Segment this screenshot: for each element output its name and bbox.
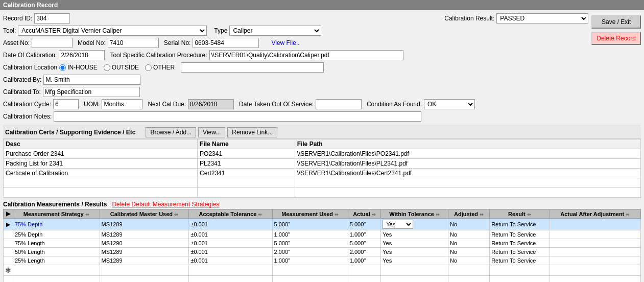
- meas-adjusted: No: [448, 248, 489, 256]
- meas-master: MS1290: [100, 239, 189, 248]
- list-item[interactable]: ▶ 75% Depth MS1289 ±0.001 5.000" 5.000" …: [4, 219, 641, 230]
- record-id-input[interactable]: [34, 13, 70, 24]
- condition-select[interactable]: OK Out of Calibration Damaged: [424, 99, 475, 109]
- meas-new-row[interactable]: ✱: [4, 265, 641, 276]
- meas-col-arrow-0: ▶: [4, 209, 13, 219]
- table-row[interactable]: Certicate of Calibration Cert2341 \\SERV…: [4, 169, 641, 178]
- meas-row-indicator: [4, 230, 13, 239]
- list-item[interactable]: 75% Length MS1290 ±0.001 5.000" 5.000" Y…: [4, 239, 641, 248]
- meas-measurement: 2.000": [272, 248, 348, 256]
- record-id-label: Record ID:: [3, 15, 32, 22]
- meas-actual: 1.000": [348, 230, 380, 239]
- meas-strategy: 25% Length: [13, 256, 100, 265]
- meas-actual: 1.000": [348, 256, 380, 265]
- meas-master: MS1289: [100, 248, 189, 256]
- table-row[interactable]: Purchase Order 2341 PO2341 \\SERVER1\Cal…: [4, 149, 641, 159]
- within-tol-value: Yes: [383, 257, 392, 264]
- meas-col-result: Result ⇔: [490, 209, 550, 219]
- meas-tolerance: ±0.001: [189, 248, 272, 256]
- meas-after: [550, 248, 640, 256]
- meas-adjusted: No: [448, 230, 489, 239]
- calibrated-to-input[interactable]: [43, 87, 140, 97]
- meas-within[interactable]: YesNo: [381, 219, 448, 230]
- asset-no-input[interactable]: [32, 38, 73, 48]
- star-indicator: ✱: [4, 265, 13, 276]
- meas-within: Yes: [381, 248, 448, 256]
- date-out-input[interactable]: [316, 99, 362, 109]
- calibration-result-select[interactable]: PASSED FAILED PENDING: [496, 13, 588, 24]
- location-other-radio[interactable]: [145, 64, 152, 71]
- remove-link-button[interactable]: Remove Link...: [227, 127, 277, 137]
- calibration-result-label: Calibration Result:: [444, 15, 494, 22]
- type-select[interactable]: Caliper Gauge Micrometer: [229, 26, 321, 36]
- certs-col-desc: Desc: [4, 139, 198, 149]
- cycle-label: Calibration Cycle:: [3, 101, 51, 108]
- meas-within: Yes: [381, 239, 448, 248]
- view-file-link[interactable]: View File..: [271, 39, 299, 46]
- right-buttons: Save / Exit Delete Record: [591, 13, 641, 45]
- within-tol-value: Yes: [383, 231, 392, 238]
- save-exit-button[interactable]: Save / Exit: [591, 15, 641, 29]
- meas-col-tolerance: Acceptable Tolerance ⇔: [189, 209, 272, 219]
- uom-input[interactable]: [102, 99, 142, 109]
- meas-col-actual: Actual ⇔: [348, 209, 380, 219]
- calibrated-by-input[interactable]: [43, 75, 140, 85]
- meas-measurement: 5.000": [272, 219, 348, 230]
- delete-record-button[interactable]: Delete Record: [591, 32, 641, 45]
- meas-row-indicator: ▶: [4, 219, 13, 230]
- cert-filename: PO2341: [198, 149, 295, 159]
- meas-col-after: Actual After Adjustment ⇔: [550, 209, 640, 219]
- meas-adjusted: No: [448, 219, 489, 230]
- meas-strategy: 75% Length: [13, 239, 100, 248]
- tool-select[interactable]: AccuMASTER Digital Vernier Caliper: [18, 26, 207, 36]
- within-tol-value: Yes: [383, 240, 392, 246]
- within-tol-value: Yes: [383, 249, 392, 255]
- cert-filepath: \\SERVER1\Calibration\Files\PO2341.pdf: [295, 149, 640, 159]
- list-item[interactable]: 25% Depth MS1289 ±0.001 1.000" 1.000" Ye…: [4, 230, 641, 239]
- cert-desc: Packing List for 2341: [4, 159, 198, 169]
- table-row[interactable]: Packing List for 2341 PL2341 \\SERVER1\C…: [4, 159, 641, 169]
- calibrated-to-label: Calibrated To:: [3, 88, 41, 96]
- certs-header-label: Calibration Certs / Supporting Evidence …: [5, 129, 135, 136]
- date-input[interactable]: [59, 50, 105, 60]
- meas-col-measurement: Measurement Used ⇔: [272, 209, 348, 219]
- location-other-label: OTHER: [153, 64, 175, 71]
- notes-input[interactable]: [54, 111, 421, 122]
- procedure-input[interactable]: [209, 50, 403, 60]
- cycle-input[interactable]: [53, 99, 79, 109]
- location-inhouse-radio[interactable]: [59, 64, 66, 71]
- list-item[interactable]: 25% Length MS1289 ±0.001 1.000" 1.000" Y…: [4, 256, 641, 265]
- cert-filepath: \\SERVER1\Calibration\Files\Cert2341.pdf: [295, 169, 640, 178]
- uom-label: UOM:: [84, 101, 100, 108]
- certs-section-header: Calibration Certs / Supporting Evidence …: [3, 126, 641, 139]
- serial-no-input[interactable]: [193, 38, 259, 48]
- browse-add-button[interactable]: Browse / Add...: [146, 127, 196, 137]
- location-outside-radio[interactable]: [104, 64, 110, 71]
- meas-result: Return To Service: [490, 256, 550, 265]
- table-row-empty: [4, 178, 641, 188]
- location-radio-group: IN-HOUSE OUTSIDE OTHER: [59, 62, 324, 73]
- model-no-input[interactable]: [108, 38, 159, 48]
- meas-after: [550, 219, 640, 230]
- meas-tolerance: ±0.001: [189, 219, 272, 230]
- view-button[interactable]: View...: [198, 127, 225, 137]
- meas-result: Return To Service: [490, 230, 550, 239]
- table-row-empty: [4, 188, 641, 198]
- serial-no-label: Serial No:: [164, 39, 191, 46]
- meas-after: [550, 230, 640, 239]
- meas-measurement: 1.000": [272, 230, 348, 239]
- meas-master: MS1289: [100, 230, 189, 239]
- meas-adjusted: No: [448, 256, 489, 265]
- next-cal-input[interactable]: [188, 99, 234, 109]
- location-extra-input[interactable]: [181, 62, 324, 73]
- location-outside-label: OUTSIDE: [112, 64, 139, 71]
- meas-within: Yes: [381, 230, 448, 239]
- list-item[interactable]: 50% Length MS1289 ±0.001 2.000" 2.000" Y…: [4, 248, 641, 256]
- notes-label: Calibration Notes:: [3, 113, 52, 120]
- meas-actual: 5.000": [348, 239, 380, 248]
- location-label: Calibration Location: [3, 64, 57, 71]
- date-out-label: Date Taken Out Of Service:: [239, 101, 314, 108]
- delete-strategies-link[interactable]: Delete Default Measurement Strategies: [112, 201, 219, 208]
- meas-col-strategy: Measurement Strategy ⇔: [13, 209, 100, 219]
- within-tol-select[interactable]: YesNo: [383, 220, 413, 229]
